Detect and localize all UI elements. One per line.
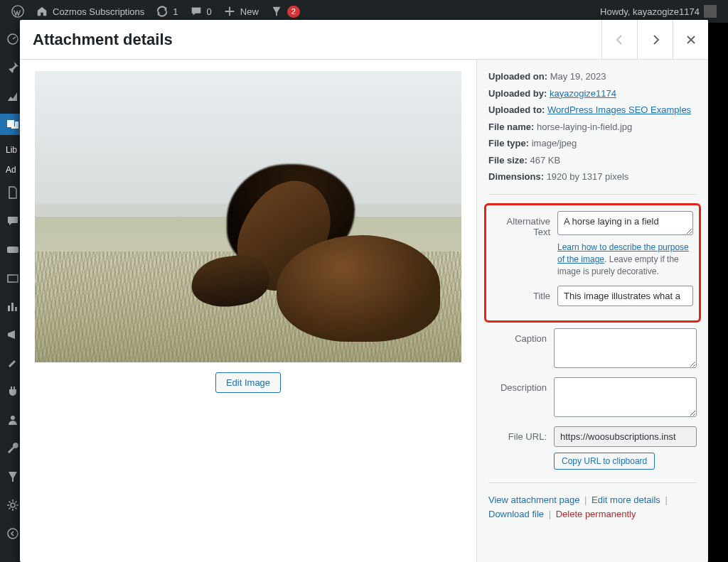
meta-label: Uploaded by:: [488, 88, 547, 99]
plus-icon: [223, 5, 236, 18]
chevron-left-icon: [613, 33, 627, 47]
setting-description: Description: [488, 377, 697, 419]
caption-input[interactable]: [554, 328, 697, 368]
bars-icon: [6, 299, 20, 313]
svg-point-4: [11, 503, 15, 507]
uploaded-to-link[interactable]: WordPress Images SEO Examples: [547, 104, 691, 115]
megaphone-icon: [6, 328, 20, 342]
media-preview: Edit Image: [20, 60, 476, 562]
meta-label: File name:: [488, 121, 534, 132]
setting-caption: Caption: [488, 328, 697, 370]
meta-uploaded-on: Uploaded on: May 19, 2023: [488, 70, 697, 84]
attachment-details-sidebar: Uploaded on: May 19, 2023 Uploaded by: k…: [476, 60, 708, 562]
attachment-settings: Alternative Text Learn how to describe t…: [488, 194, 697, 523]
comment-icon: [190, 5, 203, 18]
svg-rect-2: [7, 247, 18, 253]
meta-label: Uploaded on:: [488, 71, 547, 82]
svg-point-5: [8, 529, 18, 539]
title-input[interactable]: [557, 286, 693, 306]
meta-uploaded-to: Uploaded to: WordPress Images SEO Exampl…: [488, 103, 697, 117]
box-icon: [6, 271, 20, 285]
attachment-image: [35, 71, 461, 362]
collapse-icon: [6, 526, 20, 541]
dashboard-icon: [6, 32, 20, 46]
setting-file-url: File URL: Copy URL to clipboard: [488, 426, 697, 470]
alt-text-help: Learn how to describe the purpose of the…: [557, 242, 693, 279]
close-button[interactable]: [673, 20, 708, 59]
alt-text-input[interactable]: [557, 211, 693, 235]
download-file-link[interactable]: Download file: [488, 509, 544, 519]
next-button[interactable]: [637, 20, 673, 59]
edit-image-button[interactable]: Edit Image: [215, 372, 281, 393]
chart-icon: [6, 89, 20, 103]
meta-label: File type:: [488, 138, 529, 148]
prev-button[interactable]: [601, 20, 637, 59]
pin-icon: [6, 60, 20, 75]
gear-icon: [6, 498, 20, 512]
howdy-text: Howdy, kayazogize1174: [600, 6, 700, 17]
meta-file-size: File size: 467 KB: [488, 153, 697, 168]
meta-value: horse-laying-in-field.jpg: [537, 121, 632, 132]
meta-value: image/jpeg: [532, 138, 577, 148]
meta-uploaded-by: Uploaded by: kayazogize1174: [488, 87, 697, 101]
file-url-label: File URL:: [488, 426, 554, 442]
edit-more-details-link[interactable]: Edit more details: [592, 495, 660, 505]
site-name: Cozmos Subscriptions: [53, 6, 144, 17]
yoast-menu-icon: [6, 470, 20, 484]
yoast-count: 2: [287, 6, 300, 18]
description-label: Description: [488, 377, 554, 393]
avatar: [704, 5, 717, 18]
copy-url-button[interactable]: Copy URL to clipboard: [554, 453, 655, 470]
highlight-alt-title: Alternative Text Learn how to describe t…: [484, 203, 701, 323]
uploaded-by-link[interactable]: kayazogize1174: [550, 88, 616, 99]
meta-value: 1920 by 1317 pixels: [547, 171, 629, 182]
media-icon: [6, 117, 20, 131]
home-icon: [36, 5, 48, 18]
page-icon: [6, 185, 20, 200]
view-attachment-page-link[interactable]: View attachment page: [488, 495, 579, 505]
plug-icon: [6, 384, 20, 399]
modal-header: Attachment details: [20, 20, 708, 60]
wordpress-icon: [11, 5, 24, 18]
comments-count: 0: [207, 6, 212, 17]
meta-value: 467 KB: [530, 155, 561, 166]
delete-permanently-link[interactable]: Delete permanently: [556, 509, 636, 519]
woo-icon: [6, 242, 20, 256]
alt-text-label: Alternative Text: [492, 211, 557, 237]
description-input[interactable]: [554, 377, 697, 417]
setting-title: Title: [492, 286, 693, 306]
meta-label: Dimensions:: [488, 171, 544, 182]
meta-value: May 19, 2023: [550, 71, 606, 82]
user-icon: [6, 413, 20, 427]
close-icon: [684, 33, 698, 47]
attachment-actions: View attachment page | Edit more details…: [488, 482, 697, 523]
svg-point-0: [12, 6, 23, 17]
svg-point-3: [11, 416, 15, 420]
update-icon: [156, 5, 168, 18]
brush-icon: [6, 356, 20, 370]
updates-count: 1: [173, 6, 178, 17]
attachment-details-modal: Attachment details: [20, 20, 708, 562]
meta-label: File size:: [488, 155, 528, 166]
setting-alt-text: Alternative Text Learn how to describe t…: [492, 211, 693, 279]
new-label: New: [240, 6, 259, 17]
modal-nav: [601, 20, 708, 59]
meta-dimensions: Dimensions: 1920 by 1317 pixels: [488, 170, 697, 184]
meta-file-type: File type: image/jpeg: [488, 136, 697, 151]
comments-icon: [6, 214, 20, 228]
file-url-input[interactable]: [554, 426, 697, 447]
modal-title: Attachment details: [20, 31, 173, 49]
wrench-icon: [6, 441, 20, 455]
meta-label: Uploaded to:: [488, 104, 545, 115]
caption-label: Caption: [488, 328, 554, 344]
title-label: Title: [492, 286, 557, 301]
meta-file-name: File name: horse-laying-in-field.jpg: [488, 120, 697, 134]
yoast-icon: [270, 5, 283, 18]
chevron-right-icon: [648, 33, 663, 47]
